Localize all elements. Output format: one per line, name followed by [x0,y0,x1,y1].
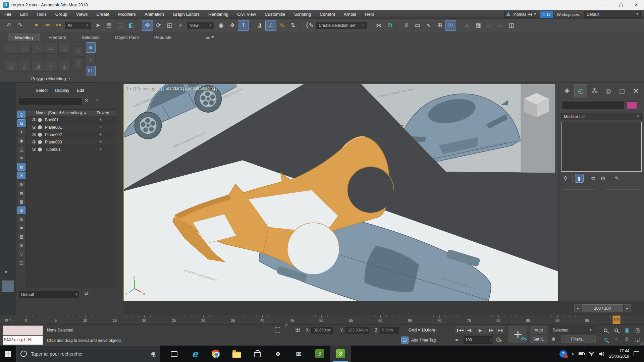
explorer-menu-select[interactable]: Select [36,88,48,93]
visibility-eye-icon[interactable] [32,140,36,143]
menu-civil-view[interactable]: Civil View [233,10,260,18]
close-button[interactable]: ✕ [629,0,644,10]
visibility-eye-icon[interactable] [32,126,36,129]
redo-icon[interactable]: ↷ [14,20,25,31]
render-setup-icon[interactable]: ♨ [462,20,473,31]
set-key-button[interactable]: Set K. [530,336,547,343]
taskbar-app-diamond-icon[interactable]: ❖ [268,346,288,362]
ribbon-tool-icon[interactable]: ▭ [45,43,57,54]
tab-create[interactable]: ✚ [560,84,574,98]
frozen-column-header[interactable]: Frozen [95,111,116,115]
keyboard-shortcut-override-icon[interactable]: ↑ [238,20,249,31]
object-name[interactable]: Plane001 [45,125,96,130]
track-bar[interactable]: ≣∿ 0510152025303540455055606570758085909… [0,315,644,324]
tab-display[interactable]: ▢ [615,84,629,98]
select-and-move-icon[interactable]: ✜ [142,20,153,31]
object-name[interactable]: Box001 [45,118,96,122]
select-and-rotate-icon[interactable]: ⟳ [153,20,164,31]
ribbon-tool-icon[interactable]: ∴ [5,43,17,54]
tab-modify[interactable]: ◵ [574,84,587,98]
viewport-layout-tile[interactable] [2,281,14,292]
select-and-link-icon[interactable]: ⚭ [31,20,42,31]
object-color-dot[interactable] [38,140,42,144]
named-selection-sets-dropdown[interactable]: Create Selection Set ▼ [316,22,367,29]
rollout-divider[interactable] [562,189,641,190]
table-row[interactable]: ┆Plane003✳ [26,138,116,146]
menu-animation[interactable]: Animation [140,10,168,18]
menu-file[interactable]: File [0,10,16,18]
taskbar-mail-icon[interactable]: ✉ [288,346,309,362]
taskbar-edge-icon[interactable]: e [184,346,205,362]
current-frame-marker[interactable]: 100 [612,315,621,324]
ribbon-tab-modeling[interactable]: Modeling [8,34,40,41]
list-header[interactable]: Name (Sorted Ascending) ▲ Frozen [26,110,116,116]
visibility-eye-icon[interactable] [32,118,36,121]
taskbar-3dsmax-icon[interactable]: 3 [309,346,330,362]
align-icon[interactable]: ⧉ [384,20,395,31]
play-button[interactable]: ▶ [475,326,486,334]
zoom-region-icon[interactable] [600,335,610,344]
zoom-icon[interactable] [600,326,610,335]
ribbon-tool-icon[interactable]: ▢ [58,43,71,54]
search-input[interactable] [19,97,83,105]
ribbon-tool-icon[interactable]: ◨ [32,61,44,72]
y-coordinate-field[interactable]: 103,034cm [345,327,369,334]
next-frame-button[interactable]: ❚▶ [487,326,495,334]
set-keys-button[interactable]: + [508,326,527,343]
menu-customize[interactable]: Customize [260,10,289,18]
modifier-list-dropdown[interactable]: Modifier List ▼ [561,113,642,120]
menu-modifiers[interactable]: Modifiers [114,10,140,18]
action-center-icon[interactable] [634,351,639,356]
object-name-field[interactable] [562,102,624,109]
layers-icon[interactable]: ⧉ [85,291,88,296]
display-list2-icon[interactable]: ▪ [17,224,25,232]
bind-to-space-warp-icon[interactable]: ⚯ [53,20,64,31]
percent-snap-icon[interactable]: % [276,20,287,31]
object-name[interactable]: Plane003 [45,140,96,144]
object-color-dot[interactable] [38,125,42,129]
minimize-button[interactable]: – [598,0,613,10]
taskbar-store-icon[interactable] [247,346,268,362]
schematic-view-icon[interactable]: ⊞ [434,20,445,31]
absolute-offset-toggle-icon[interactable]: ⊞ [295,327,300,333]
select-and-manipulate-icon[interactable]: ✥ [227,20,238,31]
select-and-scale-icon[interactable]: ◱ [164,20,175,31]
collapse-up-icon[interactable]: ↥ [74,46,84,57]
object-color-dot[interactable] [38,118,42,122]
previous-frame-arrow[interactable]: ◂ [574,304,581,312]
material-editor-icon[interactable]: ☉ [445,20,456,31]
table-row[interactable]: ┆Tube001✳ [26,146,116,153]
macro-recorder-box[interactable] [3,325,43,335]
menu-content[interactable]: Content [315,10,339,18]
pan-icon[interactable]: ☝ [611,335,621,344]
pin-ribbon-icon[interactable]: ⚲ [86,54,96,64]
object-color-swatch[interactable] [627,102,637,109]
display-link-icon[interactable]: ⊘ [17,241,25,249]
time-slider-handle[interactable]: 100 / 100 [582,304,623,312]
isolate-selection-icon[interactable] [275,327,280,334]
key-filters-icon[interactable]: ⋔ [551,337,556,342]
workspace-dropdown[interactable]: Default▼ [584,11,641,18]
render-production-icon[interactable]: ♨ [484,20,495,31]
viewport-canvas[interactable]: www.the-blueprints.com www.the-blueprint… [124,84,558,301]
display-list3-icon[interactable]: ▧ [17,233,25,240]
menu-scripting[interactable]: Scripting [290,10,316,18]
pin-stack-icon[interactable]: ⚲ [561,174,570,183]
zoom-all-icon[interactable] [611,326,621,335]
display-all-icon[interactable]: ○ [17,111,25,118]
table-row[interactable]: ┆Plane001✳ [26,124,116,131]
selection-filter-dropdown[interactable]: All ▼ [65,22,91,29]
time-tag-cube-icon[interactable]: ❑ [401,337,409,344]
time-slider[interactable]: ◂ 100 / 100 ▸ [574,304,631,312]
warning-badge[interactable]: ⚠ 17 [540,11,553,18]
viewcube-home-icon[interactable]: ⌂ [516,92,519,97]
battery-icon[interactable] [579,352,584,355]
collapse-down-icon[interactable]: ↧ [74,58,84,68]
spinner-snap-icon[interactable]: ⇅ [287,20,299,31]
start-button[interactable] [0,346,16,362]
table-row[interactable]: ┆Plane002✳ [26,131,116,138]
z-coordinate-field[interactable]: 0,0cm [380,327,399,334]
ribbon-tab-object-paint[interactable]: Object Paint [108,34,146,41]
display-materials-icon[interactable]: ▤ [17,189,25,197]
display-helpers-icon[interactable]: △ [17,145,25,153]
